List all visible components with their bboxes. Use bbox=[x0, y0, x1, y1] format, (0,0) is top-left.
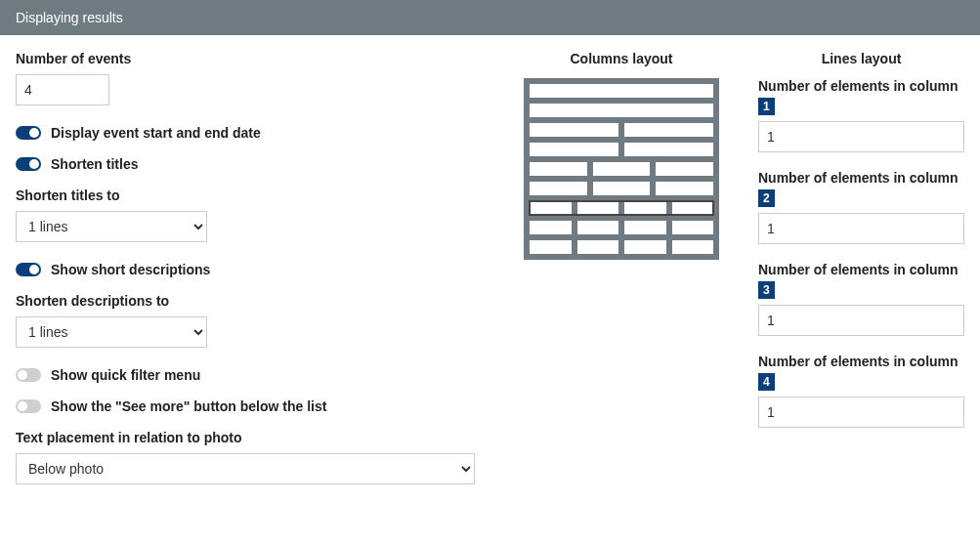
columns-layout-option-4[interactable] bbox=[530, 143, 713, 156]
number-of-events-label: Number of events bbox=[16, 51, 485, 66]
section-header: Displaying results bbox=[0, 0, 980, 35]
toggle-display-dates-label: Display event start and end date bbox=[51, 125, 261, 141]
columns-layout-panel: Columns layout bbox=[524, 51, 719, 504]
columns-layout-option-1[interactable] bbox=[530, 84, 713, 98]
line-column-group-3: Number of elements in column3 bbox=[758, 262, 964, 336]
text-placement-group: Text placement in relation to photo Belo… bbox=[16, 430, 485, 484]
layout-cell bbox=[672, 240, 714, 254]
toggle-quick-filter-row: Show quick filter menu bbox=[16, 367, 485, 383]
layout-cell bbox=[577, 201, 619, 215]
layout-cell bbox=[530, 221, 572, 234]
columns-layout-option-6[interactable] bbox=[530, 182, 713, 195]
layout-cell bbox=[624, 123, 713, 137]
columns-layout-grid bbox=[524, 78, 719, 260]
toggle-show-short-desc[interactable] bbox=[16, 263, 41, 276]
content: Number of events Display event start and… bbox=[0, 35, 980, 520]
number-of-events-group: Number of events bbox=[16, 51, 485, 105]
text-placement-select[interactable]: Below photo bbox=[16, 453, 475, 484]
layout-cell bbox=[624, 221, 666, 234]
shorten-titles-to-label: Shorten titles to bbox=[16, 188, 485, 203]
lines-layout-columns: Number of elements in column1Number of e… bbox=[758, 78, 964, 428]
columns-layout-option-5[interactable] bbox=[530, 162, 713, 176]
layout-cell bbox=[530, 240, 572, 254]
toggle-show-short-desc-label: Show short descriptions bbox=[51, 262, 210, 277]
lines-layout-panel: Lines layout Number of elements in colum… bbox=[758, 51, 964, 504]
toggle-shorten-titles[interactable] bbox=[16, 157, 41, 171]
lines-layout-heading: Lines layout bbox=[758, 51, 964, 66]
layout-cell bbox=[530, 123, 618, 137]
layout-cell bbox=[656, 182, 713, 195]
toggle-display-dates[interactable] bbox=[16, 126, 41, 140]
line-column-label: Number of elements in column bbox=[758, 170, 964, 186]
columns-layout-option-7[interactable] bbox=[530, 201, 713, 215]
number-of-events-input[interactable] bbox=[16, 74, 109, 105]
line-column-badge: 2 bbox=[758, 189, 775, 207]
toggle-display-dates-row: Display event start and end date bbox=[16, 125, 485, 141]
layout-cell bbox=[530, 201, 572, 215]
columns-layout-option-9[interactable] bbox=[530, 240, 713, 254]
layout-cell bbox=[577, 221, 619, 234]
settings-column: Number of events Display event start and… bbox=[16, 51, 485, 504]
line-column-label: Number of elements in column bbox=[758, 78, 964, 94]
line-column-label: Number of elements in column bbox=[758, 262, 964, 277]
columns-layout-option-2[interactable] bbox=[530, 104, 713, 117]
columns-layout-option-3[interactable] bbox=[530, 123, 713, 137]
layout-cell bbox=[530, 182, 587, 195]
shorten-titles-to-group: Shorten titles to 1 lines bbox=[16, 188, 485, 242]
toggle-shorten-titles-row: Shorten titles bbox=[16, 156, 485, 172]
line-column-label: Number of elements in column bbox=[758, 354, 964, 369]
line-column-input-4[interactable] bbox=[758, 397, 964, 428]
toggle-show-short-desc-row: Show short descriptions bbox=[16, 262, 485, 277]
layout-cell bbox=[624, 201, 666, 215]
line-column-group-2: Number of elements in column2 bbox=[758, 170, 964, 244]
line-column-badge: 1 bbox=[758, 98, 775, 115]
columns-layout-option-8[interactable] bbox=[530, 221, 713, 234]
line-column-input-3[interactable] bbox=[758, 305, 964, 336]
line-column-group-1: Number of elements in column1 bbox=[758, 78, 964, 152]
layout-cell bbox=[672, 201, 714, 215]
line-column-group-4: Number of elements in column4 bbox=[758, 354, 964, 428]
shorten-desc-to-select[interactable]: 1 lines bbox=[16, 316, 207, 348]
toggle-see-more[interactable] bbox=[16, 399, 41, 413]
layout-cell bbox=[624, 240, 666, 254]
layout-cell bbox=[530, 104, 713, 117]
layout-cell bbox=[656, 162, 713, 176]
layout-cell bbox=[530, 162, 587, 176]
toggle-see-more-label: Show the "See more" button below the lis… bbox=[51, 398, 326, 414]
toggle-shorten-titles-label: Shorten titles bbox=[51, 156, 138, 172]
layout-cell bbox=[624, 143, 713, 156]
layout-cell bbox=[593, 162, 651, 176]
layout-cell bbox=[530, 84, 713, 98]
shorten-desc-to-group: Shorten descriptions to 1 lines bbox=[16, 293, 485, 348]
line-column-badge: 4 bbox=[758, 373, 775, 391]
line-column-input-2[interactable] bbox=[758, 213, 964, 244]
toggle-see-more-row: Show the "See more" button below the lis… bbox=[16, 398, 485, 414]
section-title: Displaying results bbox=[16, 10, 123, 25]
line-column-badge: 3 bbox=[758, 281, 775, 299]
toggle-quick-filter[interactable] bbox=[16, 368, 41, 382]
shorten-desc-to-label: Shorten descriptions to bbox=[16, 293, 485, 309]
layout-cell bbox=[593, 182, 651, 195]
layout-cell bbox=[672, 221, 714, 234]
layout-cell bbox=[530, 143, 618, 156]
columns-layout-heading: Columns layout bbox=[524, 51, 719, 66]
shorten-titles-to-select[interactable]: 1 lines bbox=[16, 211, 207, 242]
toggle-quick-filter-label: Show quick filter menu bbox=[51, 367, 200, 383]
layout-cell bbox=[577, 240, 619, 254]
line-column-input-1[interactable] bbox=[758, 121, 964, 152]
text-placement-label: Text placement in relation to photo bbox=[16, 430, 485, 445]
